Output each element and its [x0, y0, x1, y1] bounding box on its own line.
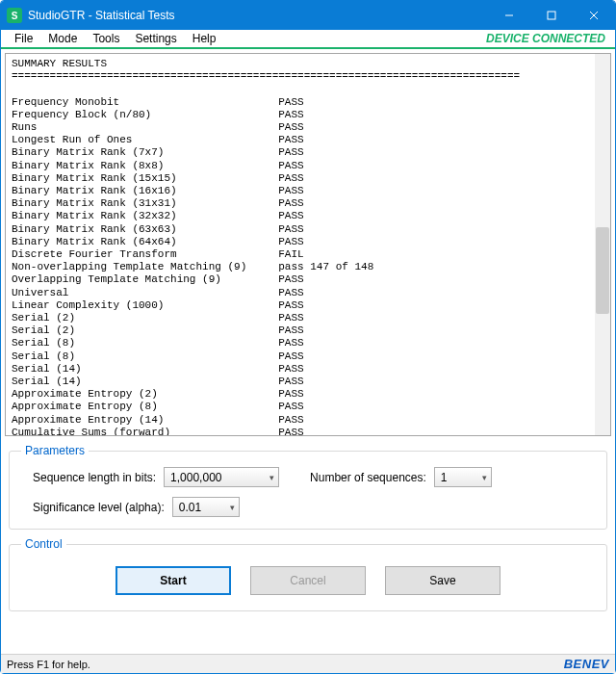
menu-settings[interactable]: Settings — [127, 30, 184, 47]
svg-rect-1 — [548, 12, 555, 19]
status-hint: Press F1 for help. — [7, 659, 90, 670]
maximize-button[interactable] — [530, 1, 573, 30]
menu-help[interactable]: Help — [185, 30, 224, 47]
close-button[interactable] — [573, 1, 615, 30]
start-button[interactable]: Start — [116, 566, 231, 595]
save-button[interactable]: Save — [385, 566, 500, 595]
parameters-group: Parameters Sequence length in bits: 1,00… — [9, 444, 607, 530]
titlebar: S StudioGTR - Statistical Tests — [1, 1, 615, 30]
menu-tools[interactable]: Tools — [85, 30, 127, 47]
results-panel[interactable]: SUMMARY RESULTS ========================… — [5, 53, 611, 436]
brand-label: BENEV — [564, 657, 609, 671]
window-title: StudioGTR - Statistical Tests — [28, 9, 488, 22]
menu-file[interactable]: File — [7, 30, 40, 47]
results-text: SUMMARY RESULTS ========================… — [12, 58, 604, 436]
alpha-label: Significance level (alpha): — [33, 501, 165, 514]
menubar: File Mode Tools Settings Help DEVICE CON… — [1, 30, 615, 49]
device-status: DEVICE CONNECTED — [486, 32, 609, 45]
control-legend: Control — [21, 537, 66, 551]
parameters-legend: Parameters — [21, 444, 89, 457]
num-seq-combo[interactable]: 1 — [434, 467, 492, 487]
alpha-combo[interactable]: 0.01 — [172, 497, 240, 517]
statusbar: Press F1 for help. BENEV — [1, 654, 615, 673]
seq-len-label: Sequence length in bits: — [33, 471, 156, 484]
menu-mode[interactable]: Mode — [40, 30, 85, 47]
cancel-button: Cancel — [250, 566, 366, 595]
control-group: Control Start Cancel Save — [9, 537, 607, 611]
num-seq-label: Number of sequences: — [310, 471, 426, 484]
seq-len-combo[interactable]: 1,000,000 — [164, 467, 279, 487]
minimize-button[interactable] — [488, 1, 530, 30]
app-icon: S — [7, 8, 22, 23]
